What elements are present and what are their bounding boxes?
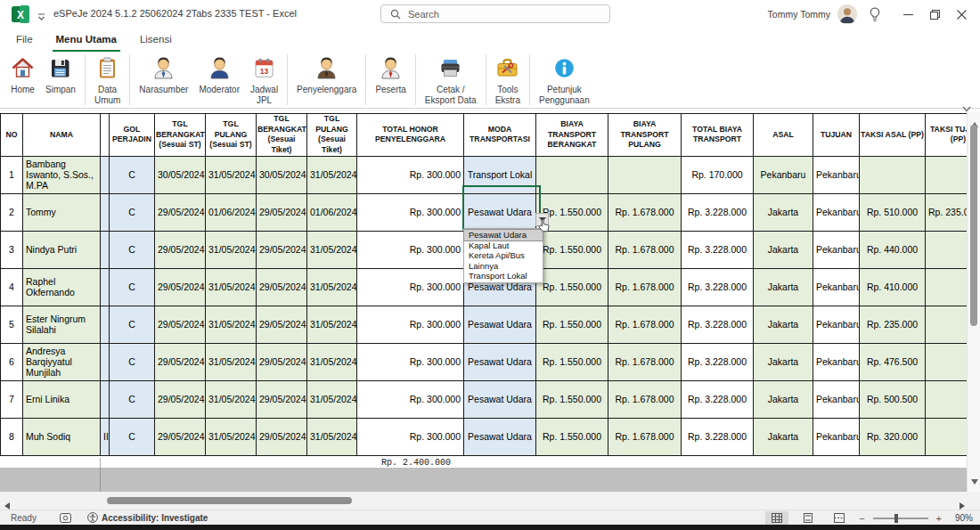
ribbon-button-narasumber[interactable]: Narasumber <box>134 53 193 97</box>
cell-moda[interactable]: Pesawat Udara <box>464 306 536 343</box>
column-header-taksi_asal[interactable]: TAKSI ASAL (PP) <box>860 114 926 157</box>
cell-biaya_plg[interactable]: Rp. 1.678.000 <box>608 418 682 455</box>
cell-nama[interactable]: Erni Linika <box>23 380 101 418</box>
cell-tgl_plg_tiket[interactable]: 01/06/2024 <box>307 193 357 231</box>
cell-tgl_plg_st[interactable]: 31/05/2024 <box>206 380 257 418</box>
cell-tgl_brk_tiket[interactable]: 29/05/2024 <box>257 380 307 418</box>
cell-nama[interactable]: Ester Ningrum Silalahi <box>23 306 101 343</box>
search-input[interactable]: Search <box>380 4 610 23</box>
cell-no[interactable]: 2 <box>1 193 23 231</box>
cell-sub[interactable] <box>101 306 110 343</box>
cell-nama[interactable]: Nindya Putri <box>23 231 101 268</box>
cell-tgl_plg_st[interactable]: 01/06/2024 <box>206 193 257 231</box>
cell-tujuan[interactable]: Pekanbaru <box>813 380 860 418</box>
cell-sub[interactable] <box>101 380 110 418</box>
column-header-asal[interactable]: ASAL <box>754 114 813 157</box>
cell-tgl_brk_st[interactable]: 29/05/2024 <box>155 380 206 418</box>
column-header-tgl_plg_st[interactable]: TGL PULANG (Sesuai ST) <box>206 114 257 157</box>
cell-tgl_plg_tiket[interactable]: 31/05/2024 <box>307 343 357 380</box>
cell-taksi_tujuan[interactable] <box>926 418 968 455</box>
cell-gol[interactable]: C <box>110 306 155 343</box>
menu-tab-menu-utama[interactable]: Menu Utama <box>53 34 120 52</box>
cell-tgl_plg_tiket[interactable]: 31/05/2024 <box>307 380 357 418</box>
accessibility-status[interactable]: Accessibility: Investigate <box>87 512 208 523</box>
cell-taksi_tujuan[interactable] <box>926 231 968 268</box>
cell-taksi_asal[interactable]: Rp. 476.500 <box>860 343 926 380</box>
column-header-tujuan[interactable]: TUJUAN <box>813 114 860 157</box>
cell-biaya_brk[interactable]: Rp. 1.550.000 <box>536 231 608 268</box>
cell-honor[interactable]: Rp. 300.000 <box>357 418 464 455</box>
restore-button[interactable] <box>921 0 948 29</box>
cell-tujuan[interactable]: Pekanbaru <box>813 193 860 231</box>
macro-record-icon[interactable] <box>60 513 71 523</box>
scroll-down-icon[interactable] <box>971 472 978 488</box>
cell-gol[interactable]: C <box>110 231 155 268</box>
cell-taksi_tujuan[interactable] <box>926 156 968 193</box>
dropdown-item[interactable]: Kapal Laut <box>464 241 543 251</box>
cell-biaya_brk[interactable]: Rp. 1.550.000 <box>536 380 608 418</box>
quick-access-arrow-icon[interactable] <box>37 9 45 25</box>
cell-tgl_plg_st[interactable]: 31/05/2024 <box>206 343 257 380</box>
cell-taksi_asal[interactable]: Rp. 320.000 <box>860 418 926 455</box>
horizontal-scrollbar-thumb[interactable] <box>107 497 352 504</box>
cell-tgl_plg_st[interactable]: 31/05/2024 <box>206 156 257 193</box>
cell-biaya_brk[interactable] <box>536 156 608 193</box>
cell-tujuan[interactable]: Pekanbaru <box>813 418 860 455</box>
cell-asal[interactable]: Jakarta <box>754 193 813 231</box>
cell-taksi_tujuan[interactable] <box>926 306 968 343</box>
cell-asal[interactable]: Jakarta <box>754 343 813 380</box>
cell-total_biaya[interactable]: Rp. 3.228.000 <box>682 231 754 268</box>
column-header-tgl_brk_tiket[interactable]: TGL BERANGKAT (Sesuai Tiket) <box>257 114 307 157</box>
cell-taksi_tujuan[interactable] <box>926 343 968 380</box>
cell-biaya_brk[interactable]: Rp. 1.550.000 <box>536 306 608 343</box>
dropdown-item[interactable]: Lainnya <box>464 261 543 272</box>
cell-taksi_asal[interactable]: Rp. 500.500 <box>860 380 926 418</box>
cell-tgl_plg_tiket[interactable]: 31/05/2024 <box>307 156 357 193</box>
cell-tgl_plg_st[interactable]: 31/05/2024 <box>206 231 257 268</box>
column-header-gol[interactable]: GOL PERJADIN <box>110 114 155 157</box>
cell-moda[interactable]: Pesawat Udara <box>464 193 536 231</box>
menu-tab-lisensi[interactable]: Lisensi <box>136 34 176 52</box>
cell-tgl_brk_st[interactable]: 29/05/2024 <box>155 268 206 306</box>
dropdown-item[interactable]: Transport Lokal <box>464 271 543 281</box>
cell-taksi_tujuan[interactable]: Rp. 235.000 <box>926 193 968 231</box>
cell-tgl_plg_st[interactable]: 31/05/2024 <box>206 268 257 306</box>
cell-tujuan[interactable]: Pekanbaru <box>813 231 860 268</box>
cell-biaya_plg[interactable]: Rp. 1.678.000 <box>608 268 682 306</box>
normal-view-button[interactable] <box>765 511 788 525</box>
cell-biaya_plg[interactable]: Rp. 1.678.000 <box>608 306 682 343</box>
column-header-biaya_brk[interactable]: BIAYA TRANSPORT BERANGKAT <box>536 114 608 157</box>
cell-gol[interactable]: C <box>110 418 155 455</box>
cell-sub[interactable] <box>101 156 110 193</box>
cell-tgl_brk_tiket[interactable]: 29/05/2024 <box>257 268 307 306</box>
cell-nama[interactable]: Raphel Okfernando <box>23 268 101 306</box>
cell-tgl_brk_tiket[interactable]: 29/05/2024 <box>257 193 307 231</box>
dropdown-item[interactable]: Kereta Api/Bus <box>464 250 543 261</box>
column-header-nama[interactable]: NAMA <box>23 114 101 157</box>
column-header-biaya_plg[interactable]: BIAYA TRANSPORT PULANG <box>608 114 682 157</box>
column-header-total_biaya[interactable]: TOTAL BIAYA TRANSPORT <box>682 114 754 157</box>
cell-sub[interactable] <box>101 193 110 231</box>
cell-moda[interactable]: Pesawat Udara <box>464 343 536 380</box>
cell-sub[interactable] <box>101 231 110 268</box>
cell-taksi_tujuan[interactable] <box>926 268 968 306</box>
cell-tgl_brk_st[interactable]: 29/05/2024 <box>155 193 206 231</box>
cell-total_biaya[interactable]: Rp. 3.228.000 <box>682 268 754 306</box>
ribbon-button-peserta[interactable]: Peserta <box>370 53 411 97</box>
cell-no[interactable]: 8 <box>1 418 23 455</box>
cell-asal[interactable]: Jakarta <box>754 231 813 268</box>
cell-tgl_brk_st[interactable]: 30/05/2024 <box>155 156 206 193</box>
cell-taksi_asal[interactable] <box>860 156 926 193</box>
avatar[interactable] <box>837 4 857 24</box>
cell-tujuan[interactable]: Pekanbaru <box>813 268 860 306</box>
cell-nama[interactable]: Andresya Barqiyyatul Munjilah <box>23 343 101 380</box>
cell-tgl_plg_tiket[interactable]: 31/05/2024 <box>307 268 357 306</box>
cell-taksi_asal[interactable]: Rp. 235.000 <box>860 306 926 343</box>
zoom-in-button[interactable]: + <box>936 513 942 524</box>
cell-asal[interactable]: Pekanbaru <box>754 156 813 193</box>
cell-honor[interactable]: Rp. 300.000 <box>357 156 464 193</box>
cell-tgl_brk_tiket[interactable]: 29/05/2024 <box>257 306 307 343</box>
cell-nama[interactable]: Tommy <box>23 193 101 231</box>
cell-honor[interactable]: Rp. 300.000 <box>357 231 464 268</box>
ribbon-button-penyelenggara[interactable]: Penyelenggara <box>291 53 362 97</box>
